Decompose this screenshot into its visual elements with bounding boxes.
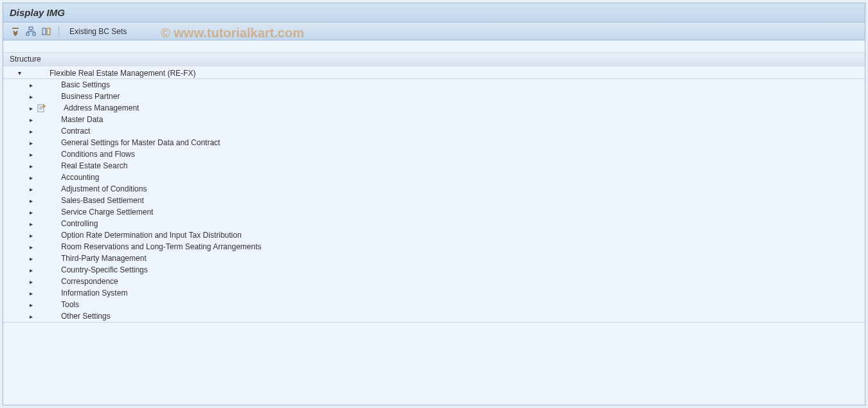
svg-rect-7: [33, 33, 35, 35]
expand-icon[interactable]: ▸: [28, 301, 34, 308]
tree-node[interactable]: ▸Tools: [3, 299, 865, 310]
expand-icon[interactable]: ▸: [28, 105, 34, 112]
tree-node-label[interactable]: Adjustment of Conditions: [61, 184, 147, 193]
tree-node[interactable]: ▸Information System: [3, 287, 865, 299]
toolbar-divider: [59, 26, 59, 37]
svg-rect-9: [47, 28, 50, 35]
tree-bottom-border: [3, 322, 865, 323]
page-title: Display IMG: [10, 7, 65, 18]
expand-icon[interactable]: ▸: [28, 186, 34, 193]
img-activity-icon[interactable]: [37, 103, 47, 113]
svg-rect-6: [26, 33, 29, 35]
tree-node[interactable]: ▸Conditions and Flows: [3, 148, 865, 160]
where-used-icon[interactable]: [25, 26, 37, 37]
expand-all-icon[interactable]: [10, 26, 21, 37]
expand-icon[interactable]: ▸: [28, 116, 34, 123]
expand-icon[interactable]: ▸: [28, 290, 34, 297]
tree-node[interactable]: ▸Contract: [3, 125, 865, 137]
tree-node[interactable]: ▸Other Settings: [3, 310, 865, 322]
tree-node[interactable]: ▸Master Data: [3, 114, 865, 125]
tree-node[interactable]: ▸General Settings for Master Data and Co…: [3, 137, 865, 148]
tree-node[interactable]: ▸Third-Party Management: [3, 253, 865, 264]
expand-icon[interactable]: ▸: [28, 255, 34, 262]
window: Display IMG: [3, 3, 865, 405]
tree-node-label[interactable]: Conditions and Flows: [61, 150, 135, 159]
structure-header: Structure: [3, 52, 865, 66]
tree-node[interactable]: ▸Address Management: [3, 102, 865, 114]
tree-node[interactable]: ▸Correspondence: [3, 276, 865, 287]
tree-node-label[interactable]: Business Partner: [61, 92, 120, 101]
tree-node-label[interactable]: Controlling: [61, 219, 98, 228]
toolbar: Existing BC Sets: [3, 22, 865, 40]
tree-node-label[interactable]: Accounting: [61, 173, 99, 182]
svg-rect-1: [29, 27, 33, 30]
tree-node[interactable]: ▸Option Rate Determination and Input Tax…: [3, 229, 865, 241]
tree-node-label[interactable]: Correspondence: [61, 277, 118, 286]
tree-node-label[interactable]: Other Settings: [61, 312, 111, 321]
tree-node[interactable]: ▸Accounting: [3, 172, 865, 183]
collapse-icon[interactable]: ▾: [16, 69, 23, 76]
tree-node-label[interactable]: General Settings for Master Data and Con…: [61, 138, 220, 147]
tree-node-label[interactable]: Contract: [61, 127, 90, 136]
expand-icon[interactable]: ▸: [28, 244, 34, 251]
tree-node-label[interactable]: Option Rate Determination and Input Tax …: [61, 231, 242, 240]
expand-icon[interactable]: ▸: [28, 139, 34, 146]
tree-node-label[interactable]: Master Data: [61, 115, 103, 124]
tree-node-label[interactable]: Real Estate Search: [61, 161, 127, 170]
title-bar: Display IMG: [3, 3, 865, 22]
tree-node[interactable]: ▸Sales-Based Settlement: [3, 195, 865, 206]
expand-icon[interactable]: ▸: [28, 209, 34, 216]
existing-bc-sets-button[interactable]: Existing BC Sets: [66, 26, 131, 37]
tree-node-label[interactable]: Sales-Based Settlement: [61, 196, 144, 205]
tree-node[interactable]: ▸Real Estate Search: [3, 160, 865, 172]
structure-header-label: Structure: [10, 55, 41, 64]
expand-icon[interactable]: ▸: [28, 93, 34, 100]
tree-node-label[interactable]: Basic Settings: [61, 80, 110, 89]
change-log-icon[interactable]: [41, 26, 52, 37]
expand-icon[interactable]: ▸: [28, 163, 34, 170]
expand-icon[interactable]: ▸: [28, 128, 34, 135]
tree-node-label[interactable]: Address Management: [64, 103, 139, 112]
tree-node-label[interactable]: Tools: [61, 300, 79, 309]
tree-node-label[interactable]: Service Charge Settlement: [61, 208, 153, 217]
tree-node-label[interactable]: Third-Party Management: [61, 254, 147, 263]
expand-icon[interactable]: ▸: [28, 82, 34, 89]
tree-node-label[interactable]: Information System: [61, 288, 127, 297]
expand-icon[interactable]: ▸: [28, 197, 34, 204]
tree-node[interactable]: ▸Basic Settings: [3, 79, 865, 91]
expand-icon[interactable]: ▸: [28, 267, 34, 274]
tree-node-label[interactable]: Country-Specific Settings: [61, 265, 148, 274]
tree-node[interactable]: ▸Country-Specific Settings: [3, 264, 865, 276]
expand-icon[interactable]: ▸: [28, 232, 34, 239]
expand-icon[interactable]: ▸: [28, 220, 34, 227]
tree-node[interactable]: ▸Service Charge Settlement: [3, 206, 865, 218]
tree-node[interactable]: ▸Room Reservations and Long-Term Seating…: [3, 241, 865, 253]
tree-root[interactable]: ▾ Flexible Real Estate Management (RE-FX…: [3, 67, 865, 79]
tree-container: ▾ Flexible Real Estate Management (RE-FX…: [3, 66, 865, 324]
tree-node[interactable]: ▸Controlling: [3, 218, 865, 229]
tree-node[interactable]: ▸Adjustment of Conditions: [3, 183, 865, 195]
tree-node-label[interactable]: Room Reservations and Long-Term Seating …: [61, 242, 262, 251]
svg-rect-8: [42, 28, 46, 35]
tree-node[interactable]: ▸Business Partner: [3, 91, 865, 102]
expand-icon[interactable]: ▸: [28, 174, 34, 181]
tree-root-label[interactable]: Flexible Real Estate Management (RE-FX): [50, 69, 195, 78]
expand-icon[interactable]: ▸: [28, 313, 34, 320]
expand-icon[interactable]: ▸: [28, 151, 34, 158]
expand-icon[interactable]: ▸: [28, 278, 34, 285]
